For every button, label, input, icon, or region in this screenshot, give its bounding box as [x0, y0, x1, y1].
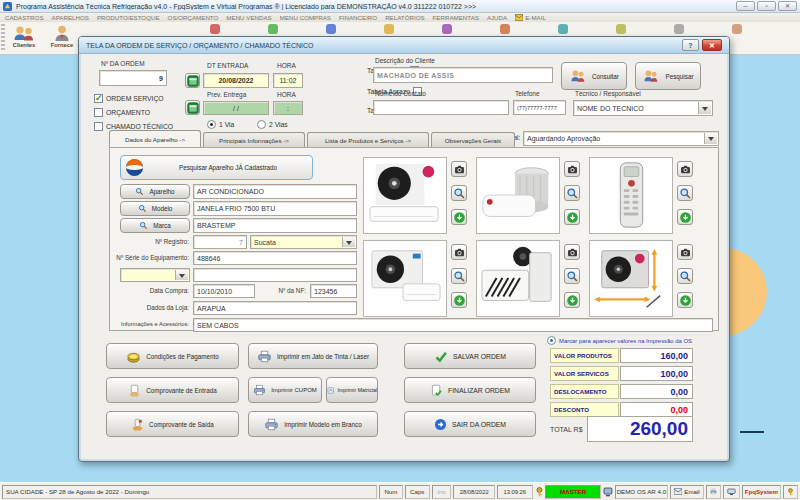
ordem-numero-input[interactable]: 9: [99, 70, 167, 86]
appliance-photo-4[interactable]: [363, 240, 447, 317]
registro-input[interactable]: 7: [193, 235, 247, 249]
photo-zoom-button[interactable]: [564, 268, 580, 284]
imprimir-cupom-button[interactable]: Imprimir CUPOM: [248, 377, 322, 403]
finalizar-ordem-button[interactable]: FINALIZAR ORDEM: [404, 377, 536, 403]
photo-add-button[interactable]: [677, 292, 693, 308]
nf-input[interactable]: 123456: [310, 284, 357, 298]
status-email-button[interactable]: Email: [670, 485, 704, 499]
photo-camera-button[interactable]: [451, 244, 467, 260]
photo-add-button[interactable]: [564, 292, 580, 308]
tab-lista-produtos-servicos[interactable]: Lista de Produtos e Serviços ->: [307, 132, 429, 147]
checkbox-orcamento[interactable]: ORÇAMENTO: [94, 108, 150, 117]
pesquisar-button[interactable]: Pesquisar: [635, 62, 701, 90]
prev-hora-input[interactable]: :: [273, 101, 303, 115]
tab-principais-informacoes[interactable]: Principais Informações ->: [203, 132, 305, 147]
dt-entrada-input[interactable]: 20/08/2022: [203, 73, 269, 88]
modelo-button[interactable]: Modelo: [120, 201, 190, 216]
appliance-photo-3[interactable]: [589, 157, 673, 234]
cliente-input[interactable]: MACHADO DE ASSIS: [373, 67, 553, 83]
status-monitor-button[interactable]: [723, 485, 740, 499]
calendar-picker-button[interactable]: [185, 73, 200, 88]
appliance-photo-1[interactable]: [363, 157, 447, 234]
photo-add-button[interactable]: [677, 209, 693, 225]
help-button[interactable]: ?: [682, 39, 699, 51]
extra-input[interactable]: [193, 268, 357, 282]
menu-cadastros[interactable]: CADASTROS: [5, 14, 44, 21]
menu-aparelhos[interactable]: APARELHOS: [52, 14, 89, 21]
menu-produto-estoque[interactable]: PRODUTO/ESTOQUE: [97, 14, 160, 21]
menu-compras[interactable]: MENU COMPRAS: [280, 14, 331, 21]
menu-relatorios[interactable]: RELATÓRIOS: [385, 14, 424, 21]
appliance-photo-5[interactable]: [476, 240, 560, 317]
aparelho-button[interactable]: Aparelho: [120, 184, 190, 199]
menu-vendas[interactable]: MENU VENDAS: [226, 14, 271, 21]
aparelho-input[interactable]: AR CONDICIONADO: [193, 184, 357, 199]
imprimir-modelo-branco-button[interactable]: Imprimir Modelo em Branco: [248, 411, 378, 437]
appliance-photo-2[interactable]: [476, 157, 560, 234]
toolbar-clientes-button[interactable]: Clientes: [6, 25, 42, 48]
maximize-button[interactable]: ▫: [757, 1, 776, 11]
menu-financeiro[interactable]: FINANCEIRO: [339, 14, 377, 21]
condicoes-pagamento-button[interactable]: Condições de Pagamento: [106, 343, 239, 369]
photo-camera-button[interactable]: [677, 244, 693, 260]
extra-select[interactable]: [120, 268, 190, 282]
tecnico-select[interactable]: NOME DO TECNICO: [573, 100, 713, 116]
status-key-button[interactable]: [783, 485, 798, 499]
photo-add-button[interactable]: [564, 209, 580, 225]
checkbox-ordem-servico[interactable]: ORDEM SERVIÇO: [94, 94, 164, 103]
photo-zoom-button[interactable]: [451, 185, 467, 201]
contato-input[interactable]: [373, 100, 509, 115]
toolbar-grip[interactable]: [1, 24, 5, 52]
radio-1-via[interactable]: 1 Via: [207, 120, 234, 129]
menu-ferramentas[interactable]: FERRAMENTAS: [433, 14, 479, 21]
photo-camera-button[interactable]: [677, 161, 693, 177]
serie-input[interactable]: 488646: [193, 251, 357, 265]
tab-observacoes-gerais[interactable]: Observações Gerais: [431, 132, 515, 147]
photo-camera-button[interactable]: [564, 244, 580, 260]
order-window-titlebar[interactable]: TELA DA ORDEM DE SERVIÇO / ORÇAMENTO / C…: [79, 37, 729, 54]
menu-os-orcamento[interactable]: OS/ORÇAMENTO: [168, 14, 219, 21]
pesquisar-aparelho-button[interactable]: Pesquisar Aparelho JÁ Cadastrado: [120, 155, 313, 180]
marca-button[interactable]: Marca: [120, 218, 190, 233]
imprimir-matricial-button[interactable]: Imprimir Matricial: [326, 377, 378, 403]
status-printer-button[interactable]: [706, 485, 721, 499]
photo-zoom-button[interactable]: [451, 268, 467, 284]
comprovante-entrada-button[interactable]: Comprovante de Entrada: [106, 377, 239, 403]
situacao-select[interactable]: Aguardando Aprovação: [523, 131, 719, 146]
comprovante-saida-button[interactable]: Comprovante de Saída: [106, 411, 239, 437]
loja-input[interactable]: ARAPUA: [193, 301, 357, 315]
info-acessorios-label: Informações e Acessórios:: [110, 321, 189, 327]
consultar-button[interactable]: Consultar: [561, 62, 627, 90]
sair-ordem-button[interactable]: SAIR DA ORDEM: [404, 411, 536, 437]
imprimir-jato-button[interactable]: Imprimir em Jato de Tinta / Laser: [248, 343, 378, 369]
window-close-button[interactable]: ✕: [702, 39, 722, 51]
minimize-button[interactable]: ─: [736, 1, 755, 11]
marcar-impressao-radio[interactable]: Marcar para aparecer valores na Impressã…: [547, 336, 692, 345]
photo-add-button[interactable]: [451, 292, 467, 308]
menu-ajuda[interactable]: AJUDA: [487, 14, 507, 21]
telefone-input[interactable]: (77)77777-7777: [513, 100, 566, 115]
photo-zoom-button[interactable]: [677, 185, 693, 201]
tab-dados-aparelho[interactable]: Dados do Aparelho ->: [109, 130, 201, 147]
photo-camera-button[interactable]: [564, 161, 580, 177]
appliance-photo-6[interactable]: [589, 240, 673, 317]
email-icon: [515, 14, 523, 21]
modelo-input[interactable]: JANELA FRIO 7500 BTU: [193, 201, 357, 216]
close-button[interactable]: ✕: [778, 1, 797, 11]
condicao-select[interactable]: Sucata: [250, 235, 357, 249]
data-compra-input[interactable]: 10/10/2010: [193, 284, 255, 298]
toolbar-fornecedores-button[interactable]: Fornece: [44, 25, 80, 48]
hora-input[interactable]: 11:02: [273, 73, 303, 88]
calendar-picker-button[interactable]: [185, 100, 200, 115]
prev-entrega-input[interactable]: / /: [203, 101, 269, 115]
photo-zoom-button[interactable]: [677, 268, 693, 284]
radio-2-vias[interactable]: 2 Vias: [257, 120, 288, 129]
info-acessorios-input[interactable]: SEM CABOS: [193, 318, 713, 332]
photo-camera-button[interactable]: [451, 161, 467, 177]
photo-add-button[interactable]: [451, 209, 467, 225]
marca-input[interactable]: BRASTEMP: [193, 218, 357, 233]
salvar-ordem-button[interactable]: SALVAR ORDEM: [404, 343, 536, 369]
photo-zoom-button[interactable]: [564, 185, 580, 201]
printer-icon: [257, 350, 272, 363]
menu-email[interactable]: E-MAIL: [515, 14, 546, 21]
